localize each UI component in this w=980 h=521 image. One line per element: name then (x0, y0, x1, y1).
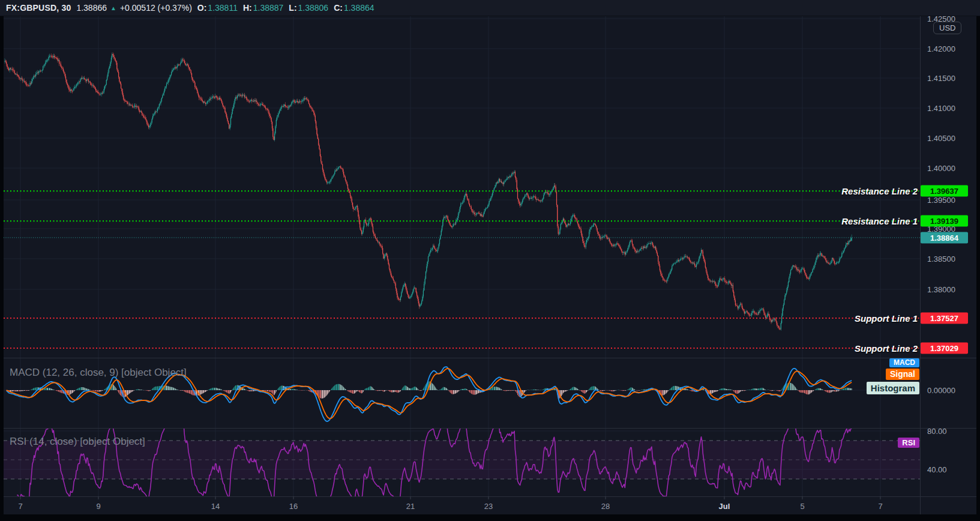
open-value: 1.38811 (208, 3, 238, 13)
price-up-triangle-icon: ▲ (110, 5, 116, 11)
high-value: 1.38887 (253, 3, 284, 13)
open-label: O: (197, 3, 207, 13)
window-edge-left (0, 16, 4, 515)
time-axis-label: 14 (211, 502, 220, 511)
currency-toggle-button[interactable]: USD (933, 22, 961, 34)
price-axis-label: 1.38500 (927, 254, 955, 264)
price-axis-label: 1.40500 (927, 134, 955, 143)
price-axis-label: 1.40000 (927, 164, 955, 173)
price-axis-label: 1.38000 (927, 285, 955, 294)
tradingview-chart-widget: FX:GBPUSD, 30 1.38866 ▲ +0.00512 (+0.37%… (0, 0, 980, 521)
annotation-label-resistance[interactable]: Resistance Line 2 (841, 186, 918, 196)
close-value: 1.38864 (344, 3, 374, 13)
time-axis-label: 23 (484, 502, 493, 511)
time-axis-label: 5 (800, 502, 804, 511)
annotation-label-support[interactable]: Support Line 2 (855, 343, 918, 354)
annotation-label-support[interactable]: Support Line 1 (855, 313, 918, 324)
symbol-info-bar: FX:GBPUSD, 30 1.38866 ▲ +0.00512 (+0.37%… (0, 0, 980, 16)
rsi-legend-rsi: RSI (898, 438, 919, 448)
chart-overlays: MACD (12, 26, close, 9) [object Object] … (0, 0, 980, 521)
symbol-title[interactable]: FX:GBPUSD, 30 (6, 3, 71, 13)
annotation-label-resistance[interactable]: Resistance Line 1 (841, 216, 918, 226)
time-axis-label: Jul (719, 502, 730, 511)
window-edge-bottom (0, 514, 980, 521)
price-badge-support: 1.37527 (921, 313, 968, 324)
price-badge-resistance: 1.39139 (921, 215, 968, 227)
price-badge-current: 1.38864 (921, 232, 968, 243)
close-label: C: (334, 3, 343, 13)
macd-legend-macd: MACD (889, 358, 919, 367)
low-value: 1.38806 (298, 3, 329, 13)
macd-axis-label: 0.00000 (927, 386, 955, 395)
time-axis-label: 9 (96, 502, 100, 511)
time-axis-label: 21 (406, 502, 415, 511)
rsi-pane-title: RSI (14, close) [object Object] (10, 436, 145, 448)
last-price: 1.38866 (76, 3, 107, 13)
high-label: H: (243, 3, 252, 13)
rsi-axis-label: 40.00 (927, 465, 947, 474)
low-label: L: (289, 3, 296, 13)
time-axis-label: 7 (18, 502, 22, 511)
macd-pane-title: MACD (12, 26, close, 9) [object Object] (10, 367, 187, 379)
price-badge-support: 1.37029 (921, 343, 968, 354)
price-axis-label: 1.41500 (927, 74, 955, 83)
macd-legend-signal: Signal (886, 369, 919, 380)
price-axis-label: 1.39500 (927, 196, 955, 205)
price-change: +0.00512 (+0.37%) (120, 3, 192, 13)
price-badge-resistance: 1.39637 (921, 185, 968, 197)
price-axis-label: 1.42000 (927, 44, 955, 53)
window-edge-right (976, 16, 980, 515)
time-axis-label: 7 (878, 502, 882, 511)
rsi-axis-label: 80.00 (927, 427, 947, 436)
price-axis-label: 1.41000 (927, 104, 955, 113)
macd-legend-histogram: Histogram (867, 382, 919, 394)
time-axis-label: 16 (289, 502, 298, 511)
time-axis-label: 28 (601, 502, 610, 511)
